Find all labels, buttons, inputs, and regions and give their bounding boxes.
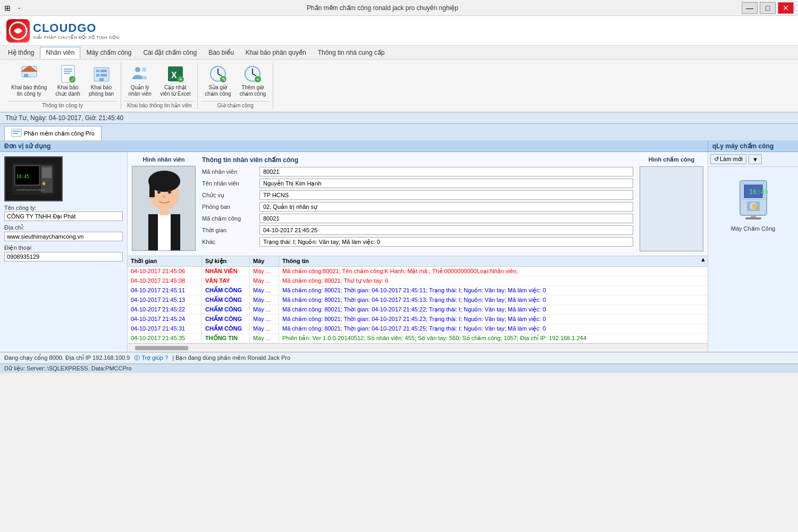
toolbar-btn-cap-nhat-nhan-vien-label: Cập nhậtviên từ Excel: [160, 85, 190, 97]
cham-cong-photo-placeholder: [640, 166, 703, 251]
svg-rect-52: [158, 214, 171, 251]
table-row: 04-10-2017 21:45:06 NHÂN VIÊN Máy ... Mã…: [128, 267, 708, 276]
table-row: 04-10-2017 21:45:11 CHẤM CÔNG Máy ... Mã…: [128, 286, 708, 295]
cell-info: Mã chấm công: 80021; Thời gian: 04-10-20…: [279, 305, 708, 314]
current-datetime: Thứ Tư, Ngày: 04-10-2017, Giờ: 21:45:40: [5, 114, 123, 122]
svg-text:✓: ✓: [71, 77, 75, 82]
khac-row: Khác: [202, 237, 633, 247]
svg-point-21: [142, 67, 146, 72]
toolbar-btn-sua-gio-cham-cong[interactable]: ✎ Sửa giờchấm công: [201, 62, 234, 100]
maximize-button[interactable]: □: [760, 2, 776, 14]
menu-cai-dat-cham-cong[interactable]: Cài đặt chấm công: [137, 47, 203, 58]
event-log-header: Thời gian Sự kiện Máy Thông tin ▲: [128, 256, 708, 267]
toolbar-group-gio-cham-cong-label: Giờ chấm công: [201, 101, 270, 108]
toolbar-group-thong-tin-cong-ty-label: Thông tin công ty: [7, 101, 117, 108]
ten-nhan-vien-input[interactable]: [259, 179, 633, 188]
more-button[interactable]: ▼: [749, 154, 762, 164]
cell-event: CHẤM CÔNG: [202, 286, 250, 295]
svg-text:🖐: 🖐: [42, 181, 46, 185]
toolbar-group-thong-tin-cong-ty: Khai báo thôngtin công ty ✓ Khai bá: [4, 62, 121, 109]
status-bar: Đang chạy cổng 8000. Địa chỉ IP 192.168.…: [0, 352, 798, 364]
menu-he-thong[interactable]: Hệ thống: [2, 47, 40, 58]
title-bar: ⊞ - Phần mềm chấm công ronald jack pro c…: [0, 0, 798, 16]
tab-bar: Phần mềm chấm công Pro: [0, 124, 798, 140]
table-row: 04-10-2017 21:45:24 CHẤM CÔNG Máy ... Mã…: [128, 315, 708, 324]
menu-may-cham-cong[interactable]: Máy chấm công: [80, 47, 137, 58]
employee-photo: [132, 166, 196, 251]
device-image-container: 16:45 🖐 sieuthimaychamcong.vn: [4, 156, 123, 201]
ten-cong-ty-input[interactable]: [4, 212, 123, 221]
lam-moi-button[interactable]: ↺ Làm mới: [710, 154, 746, 164]
cell-may: Máy ...: [250, 315, 279, 324]
hinh-nhan-vien-label: Hình nhân viên: [143, 156, 185, 163]
toolbar-btn-cap-nhat-nhan-vien[interactable]: X + Cập nhậtviên từ Excel: [156, 62, 194, 100]
svg-text:✎: ✎: [222, 77, 226, 82]
system-icon: ⊞: [4, 4, 11, 12]
svg-rect-17: [100, 74, 104, 77]
toolbar-btn-khai-bao-thong-tin[interactable]: Khai báo thôngtin công ty: [7, 62, 51, 100]
device-icon: 16:45 🖐: [729, 175, 777, 223]
toolbar-group-gio-cham-cong: ✎ Sửa giờchấm công +: [198, 62, 273, 109]
table-row: 04-10-2017 21:45:22 CHẤM CÔNG Máy ... Mã…: [128, 305, 708, 315]
cell-event: VÂN TAY: [202, 276, 250, 285]
chuc-vu-input[interactable]: [259, 190, 633, 200]
svg-rect-18: [104, 74, 107, 77]
menu-khai-bao-phan-quyen[interactable]: Khai báo phân quyền: [240, 47, 312, 58]
menu-thong-tin-nha-cung-cap[interactable]: Thông tin nhà cung cấp: [312, 47, 391, 58]
toolbar-btn-them-gio-cham-cong[interactable]: + Thêm giờchấm công: [236, 62, 270, 100]
svg-rect-8: [64, 71, 72, 72]
lam-moi-label: Làm mới: [720, 156, 743, 163]
scrollbar-thumb[interactable]: [135, 346, 188, 350]
dien-thoai-group: Điện thoại: [4, 244, 123, 261]
title-bar-app-menu[interactable]: -: [15, 4, 23, 12]
thoi-gian-input[interactable]: [259, 225, 633, 235]
table-row: 04-10-2017 21:45:31 CHẤM CÔNG Máy ... Mã…: [128, 324, 708, 334]
event-log-body[interactable]: 04-10-2017 21:45:06 NHÂN VIÊN Máy ... Mã…: [128, 267, 708, 343]
cell-may: Máy ...: [250, 286, 279, 295]
device-image: 16:45 🖐 sieuthimaychamcong.vn: [4, 156, 63, 201]
middle-section: Hình nhân viên: [128, 152, 708, 352]
cell-event: CHẤM CÔNG: [202, 324, 250, 333]
help-icon[interactable]: ⓪ Trợ giúp ?: [134, 354, 168, 362]
menu-bar: Hệ thống Nhân viên Máy chấm công Cài đặt…: [0, 46, 798, 60]
phong-ban-input[interactable]: [259, 202, 633, 212]
toolbar-btn-khai-bao-phong-ban[interactable]: Khai báophòng ban: [85, 62, 117, 100]
svg-rect-16: [96, 74, 99, 77]
dia-chi-input[interactable]: [4, 232, 123, 241]
cell-time: 04-10-2017 21:45:11: [128, 286, 202, 295]
khac-input[interactable]: [259, 237, 633, 247]
minimize-button[interactable]: —: [742, 2, 758, 14]
svg-rect-7: [64, 69, 72, 70]
excel-icon: X +: [166, 64, 185, 83]
menu-bao-bieu[interactable]: Báo biểu: [203, 47, 240, 58]
dia-chi-group: Địa chỉ:: [4, 224, 123, 241]
ten-cong-ty-group: Tên công ty:: [4, 205, 123, 221]
cell-info: Mã chấm công: 80021; Thời gian: 04-10-20…: [279, 315, 708, 324]
tab-phan-mem-cham-cong[interactable]: Phần mềm chấm công Pro: [4, 126, 102, 140]
svg-text:16:45: 16:45: [16, 174, 29, 179]
horizontal-scrollbar[interactable]: [128, 343, 708, 352]
scroll-indicator: ▲: [700, 256, 708, 266]
svg-rect-65: [745, 217, 761, 219]
right-panel-actions: ↺ Làm mới ▼: [708, 152, 798, 167]
main-content: Đơn vị sử dụng qLy máy chấm công 16:45 🖐: [0, 140, 798, 352]
building-icon: [92, 64, 111, 83]
document-icon: ✓: [58, 64, 78, 83]
section-title-qly-may: qLy máy chấm công: [708, 141, 798, 151]
toolbar-btn-quan-ly-nhan-vien[interactable]: Quản lýnhân viên: [124, 62, 155, 100]
ma-cham-cong-input[interactable]: [259, 214, 633, 223]
title-bar-title: Phần mềm chấm công ronald jack pro chuyê…: [23, 4, 742, 12]
ma-nhan-vien-input[interactable]: [259, 167, 633, 176]
svg-text:sieuthimaychamcong.vn: sieuthimaychamcong.vn: [16, 188, 45, 191]
khac-label: Khác: [202, 239, 255, 245]
toolbar-btn-khai-bao-chuc-danh[interactable]: ✓ Khai báochức danh: [52, 62, 84, 100]
thong-tin-nhan-vien-label: Thông tin nhân viên chấm công: [202, 156, 633, 164]
col-may: Máy: [250, 256, 279, 266]
menu-nhan-vien[interactable]: Nhân viên: [40, 47, 80, 58]
cell-may: Máy ...: [250, 276, 279, 285]
device-area: 16:45 🖐 Máy Chấm Công: [708, 167, 798, 241]
ma-nhan-vien-label: Mã nhân viên: [202, 168, 255, 175]
close-button[interactable]: ✕: [778, 2, 794, 14]
dien-thoai-input[interactable]: [4, 252, 123, 261]
logo-text: CLOUDGO GIẢI PHÁP CHUYỂN ĐỔI SỐ TINH GỌN: [33, 21, 119, 40]
